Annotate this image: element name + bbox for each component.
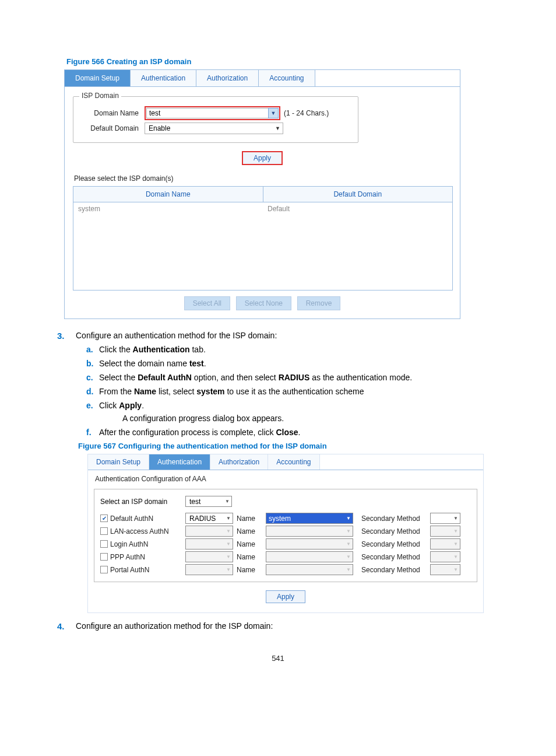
auth-row-label: Default AuthN — [110, 514, 153, 523]
tab-domain-setup[interactable]: Domain Setup — [65, 70, 131, 86]
step-3: Configure an authentication method for t… — [63, 331, 504, 613]
secondary-method-select: ▼ — [430, 538, 460, 550]
auth-row: PPP AuthN▼Name▼Secondary Method▼ — [100, 551, 471, 562]
select-none-button[interactable]: Select None — [236, 296, 291, 310]
tab-accounting[interactable]: Accounting — [259, 70, 315, 86]
method-select: ▼ — [185, 526, 233, 537]
secondary-method-label: Secondary Method — [357, 566, 427, 574]
name-label: Name — [237, 527, 262, 536]
step-3d: From the Name list, select system to use… — [86, 387, 504, 396]
auth-row-label: Portal AuthN — [110, 566, 149, 574]
secondary-method-select: ▼ — [430, 526, 460, 537]
tabbar-auth: Domain Setup Authentication Authorizatio… — [88, 454, 483, 470]
method-select: ▼ — [185, 538, 233, 550]
checkbox-icon[interactable] — [100, 553, 108, 561]
select-domain-prompt: Please select the ISP domain(s) — [74, 174, 452, 183]
secondary-method-label: Secondary Method — [357, 514, 427, 523]
secondary-method-select: ▼ — [430, 564, 460, 575]
select-isp-domain[interactable]: test▼ — [185, 496, 232, 507]
select-isp-domain-label: Select an ISP domain — [100, 498, 182, 506]
cell-default: Default — [263, 202, 452, 215]
step-3e-note: A configuration progress dialog box appe… — [122, 414, 504, 423]
domain-name-label: Domain Name — [80, 109, 145, 117]
checkbox-icon[interactable] — [100, 566, 108, 573]
auth-row-label: PPP AuthN — [110, 553, 145, 561]
page-number: 541 — [52, 654, 504, 663]
auth-row: Portal AuthN▼Name▼Secondary Method▼ — [100, 564, 471, 575]
col-default-domain[interactable]: Default Domain — [263, 187, 453, 202]
apply-button[interactable]: Apply — [266, 590, 305, 603]
chevron-down-icon: ▼ — [225, 499, 230, 504]
figure-566-caption: Figure 566 Creating an ISP domain — [66, 57, 504, 66]
tab-domain-setup[interactable]: Domain Setup — [88, 454, 149, 470]
step-3e: Click Apply. A configuration progress di… — [86, 401, 504, 423]
step-3b: Select the domain name test. — [86, 359, 504, 368]
name-select: ▼ — [266, 538, 353, 550]
tab-authorization[interactable]: Authorization — [210, 454, 268, 470]
name-select[interactable]: system▼ — [266, 513, 353, 524]
step-3f: After the configuration process is compl… — [86, 428, 504, 437]
apply-button[interactable]: Apply — [242, 151, 283, 165]
default-domain-label: Default Domain — [80, 124, 145, 132]
name-label: Name — [237, 540, 262, 548]
tab-authentication[interactable]: Authentication — [131, 70, 196, 86]
tab-accounting[interactable]: Accounting — [268, 454, 319, 470]
checkbox-icon[interactable] — [100, 527, 108, 535]
figure-567-caption: Figure 567 Configuring the authenticatio… — [78, 442, 504, 450]
tab-authorization[interactable]: Authorization — [196, 70, 259, 86]
domain-table: Domain Name Default Domain system Defaul… — [73, 186, 453, 290]
auth-checkbox-wrap[interactable]: Default AuthN — [100, 514, 182, 523]
name-label: Name — [237, 566, 262, 574]
secondary-method-label: Secondary Method — [357, 553, 427, 561]
step-3c: Select the Default AuthN option, and the… — [86, 373, 504, 382]
select-all-button[interactable]: Select All — [184, 296, 230, 310]
name-select: ▼ — [266, 551, 353, 562]
auth-checkbox-wrap[interactable]: PPP AuthN — [100, 553, 182, 561]
auth-checkbox-wrap[interactable]: Login AuthN — [100, 540, 182, 548]
secondary-method-select: ▼ — [430, 551, 460, 562]
name-label: Name — [237, 553, 262, 561]
chevron-down-icon[interactable]: ▼ — [268, 108, 279, 118]
auth-checkbox-wrap[interactable]: LAN-access AuthN — [100, 527, 182, 536]
chevron-down-icon: ▼ — [275, 125, 280, 131]
checkbox-icon[interactable] — [100, 514, 108, 522]
auth-checkbox-wrap[interactable]: Portal AuthN — [100, 566, 182, 574]
table-row[interactable]: system Default — [73, 202, 452, 215]
domain-name-hint: (1 - 24 Chars.) — [284, 109, 329, 117]
auth-config-title: Authentication Configuration of AAA — [95, 475, 477, 483]
auth-config-panel: Select an ISP domain test▼ Default AuthN… — [94, 489, 477, 582]
remove-button[interactable]: Remove — [297, 296, 341, 310]
step-3-lead: Configure an authentication method for t… — [76, 331, 277, 340]
isp-domain-fieldset: ISP Domain Domain Name ▼ (1 - 24 Chars.)… — [73, 96, 358, 143]
auth-row-label: LAN-access AuthN — [110, 527, 169, 536]
checkbox-icon[interactable] — [100, 540, 108, 548]
cell-domain-name: system — [73, 202, 263, 215]
name-select: ▼ — [266, 564, 353, 575]
secondary-method-label: Secondary Method — [357, 540, 427, 548]
step-4: Configure an authorization method for th… — [63, 621, 504, 631]
domain-name-input-wrap: ▼ — [145, 106, 280, 120]
secondary-method-label: Secondary Method — [357, 527, 427, 536]
name-select: ▼ — [266, 526, 353, 537]
auth-row: LAN-access AuthN▼Name▼Secondary Method▼ — [100, 526, 471, 537]
step-3a: Click the Authentication tab. — [86, 345, 504, 354]
default-domain-value: Enable — [149, 124, 170, 132]
default-domain-select[interactable]: Enable ▼ — [145, 123, 283, 134]
isp-domain-legend: ISP Domain — [79, 92, 121, 100]
method-select: ▼ — [185, 551, 233, 562]
secondary-method-select[interactable]: ▼ — [430, 513, 460, 524]
tab-authentication[interactable]: Authentication — [149, 454, 210, 470]
col-domain-name[interactable]: Domain Name — [73, 187, 263, 202]
auth-row: Default AuthNRADIUS▼Namesystem▼Secondary… — [100, 513, 471, 524]
auth-row-label: Login AuthN — [110, 540, 148, 548]
method-select: ▼ — [185, 564, 233, 575]
method-select[interactable]: RADIUS▼ — [185, 513, 233, 524]
figure-566-screenshot: Domain Setup Authentication Authorizatio… — [64, 69, 504, 319]
name-label: Name — [237, 514, 262, 523]
domain-name-input[interactable] — [146, 108, 269, 118]
figure-567-screenshot: Domain Setup Authentication Authorizatio… — [87, 454, 484, 613]
step-4-lead: Configure an authorization method for th… — [76, 621, 273, 631]
auth-row: Login AuthN▼Name▼Secondary Method▼ — [100, 538, 471, 550]
tabbar-domain: Domain Setup Authentication Authorizatio… — [64, 69, 460, 87]
